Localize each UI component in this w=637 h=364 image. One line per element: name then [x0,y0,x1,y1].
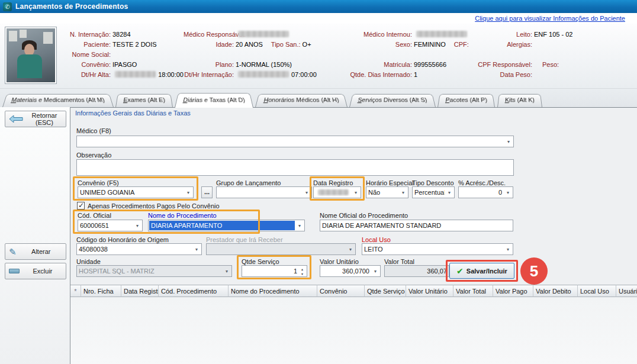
qtde-servico-stepper[interactable]: 1 [242,265,307,277]
grupo-lancamento-value [218,188,302,197]
grid-column-header[interactable]: Data Registro [121,285,159,297]
patient-field-value: 1 [414,71,417,78]
horario-especial-select[interactable]: Não [366,186,408,198]
valor-unitario-label: Valor Unitário [320,258,359,265]
dropdown-arrow-icon[interactable] [504,244,512,254]
tab-label: Serviços Diversos (Alt S) [358,96,428,103]
salvar-incluir-button[interactable]: ✔ Salvar/Incluir [449,263,514,279]
redacted-value [115,71,156,78]
patient-field-label: Tipo San.: [271,41,303,48]
qtde-servico-value: 1 [244,266,297,276]
acresc-desc-select[interactable]: 0 [458,186,513,198]
tab-label: Kits (Alt K) [504,96,535,103]
spin-down-icon[interactable] [298,271,306,276]
patient-field-label: Idade: [184,41,236,48]
convenio-browse-button[interactable]: ... [201,186,213,198]
acresc-desc-value: 0 [461,188,502,197]
data-registro-select[interactable] [313,186,361,198]
dropdown-arrow-icon[interactable] [504,137,513,146]
tab-pacotes[interactable]: Pacotes (Alt P) [437,94,495,107]
tab-kits[interactable]: Kits (Alt K) [497,94,542,107]
grupo-lancamento-select[interactable] [216,186,312,198]
grid-header: *Nro. FichaData RegistroCód. Procediment… [70,285,637,297]
nome-oficial-label: Nome Oficial do Procedimento [320,212,408,219]
grid-column-header[interactable]: Convênio [317,285,365,297]
back-arrow-icon [9,115,23,123]
prestador-value [208,244,346,254]
patient-field-label: Leito: [470,31,534,38]
apenas-pagos-checkbox[interactable]: Apenas Procedimentos Pagos Pelo Convênio [77,202,220,210]
nome-oficial-value: DIARIA DE APARTAMENTO STANDARD [322,221,511,230]
grid-column-header[interactable]: Valor Unitário [406,285,453,297]
checkbox-checked-icon[interactable] [77,202,85,210]
patient-field-value: 20 ANOS [236,41,263,48]
local-uso-select[interactable]: LEITO [362,243,513,255]
photo-background-detail [9,31,17,41]
dropdown-arrow-icon[interactable] [192,244,201,254]
stepper-arrows[interactable] [298,266,306,276]
dropdown-arrow-icon[interactable] [399,188,407,197]
tab-content: Informações Gerais das Diárias e Taxas M… [70,107,637,364]
grid-empty-area[interactable] [70,297,637,364]
grid-column-header[interactable]: Cód. Procedimento [159,285,229,297]
convenio-select[interactable]: UNIMED GOIANIA [78,186,194,198]
nome-procedimento-select[interactable]: DIARIA APARTAMENTO [148,220,305,231]
valor-unitario-select[interactable]: 360,0700 [320,265,381,277]
dropdown-arrow-icon[interactable] [303,188,311,197]
excluir-button[interactable]: Excluir [5,263,66,279]
medico-label: Médico (F8) [76,127,111,134]
prestador-label: Prestador que Irá Receber [206,236,283,243]
dropdown-arrow-icon[interactable] [352,188,360,197]
patient-field-value: 18:00:00 [158,71,184,78]
dropdown-arrow-icon[interactable] [295,221,304,230]
retornar-button[interactable]: Retornar (ESC) [5,111,66,127]
alterar-button[interactable]: ✎ Alterar [5,243,66,260]
grid-column-header[interactable]: Qtde Serviço [365,285,406,297]
cod-honorario-select[interactable]: 45080038 [76,243,202,255]
tab-materiais[interactable]: Materiais e Medicamentos (Alt M) [2,94,114,107]
nome-oficial-input[interactable]: DIARIA DE APARTAMENTO STANDARD [320,220,513,231]
cod-oficial-value: 60000651 [80,221,133,230]
grid-column-header[interactable]: Local Uso [578,285,616,297]
dropdown-arrow-icon[interactable] [133,221,141,230]
cod-oficial-select[interactable]: 60000651 [78,220,143,231]
tab-diarias[interactable]: Diárias e Taxas (Alt D) [175,93,253,108]
tab-servicos[interactable]: Serviços Diversos (Alt S) [349,94,436,107]
local-uso-label: Local Uso [362,236,391,243]
observacao-label: Observação [76,152,111,159]
unidade-label: Unidade [76,258,101,265]
valor-unitario-value: 360,0700 [322,266,369,276]
patient-info-link[interactable]: Clique aqui para visualizar Informações … [475,15,625,22]
medico-select[interactable] [76,136,514,147]
photo-person [24,44,34,56]
observacao-input[interactable] [76,159,514,176]
grid-column-header[interactable]: Valor Pago [493,285,533,297]
patient-field-label: Médico Responsável: [184,31,236,38]
dropdown-arrow-icon[interactable] [445,188,453,197]
patient-field-label: N. Internação: [59,31,112,38]
grupo-lancamento-label: Grupo de Lançamento [216,179,281,186]
dropdown-arrow-icon[interactable] [504,188,512,197]
patient-field-value: ENF 105 - 02 [534,31,572,38]
patient-field-label: Paciente: [59,41,112,48]
dropdown-arrow-icon[interactable] [371,266,379,276]
tipo-desconto-select[interactable]: Percentual [412,186,455,198]
horario-especial-value: Não [368,188,398,197]
dropdown-arrow-icon[interactable] [184,188,192,197]
tab-honorarios[interactable]: Honorários Médicos (Alt H) [255,94,348,107]
tab-strip: Materiais e Medicamentos (Alt M)Exames (… [0,89,637,107]
grid-column-header[interactable]: Valor Total [453,285,493,297]
cod-oficial-label: Cód. Oficial [78,212,111,219]
grid-column-header[interactable]: Usuário [616,285,637,297]
tab-label: Honorários Médicos (Alt H) [263,96,340,103]
grid-column-header[interactable]: Valor Debito [533,285,578,297]
tab-exames[interactable]: Exames (Alt E) [115,94,173,107]
patient-field-value: 07:00:00 [291,71,317,78]
patient-field-value: O+ [303,41,311,48]
dropdown-arrow-icon [223,266,231,276]
tab-label: Diárias e Taxas (Alt D) [183,96,246,103]
spin-up-icon[interactable] [298,266,306,271]
grid-column-header[interactable]: Nro. Ficha [81,285,121,297]
grid-column-header[interactable]: Nome do Procedimento [229,285,317,297]
tipo-desconto-value: Percentual [414,188,445,197]
